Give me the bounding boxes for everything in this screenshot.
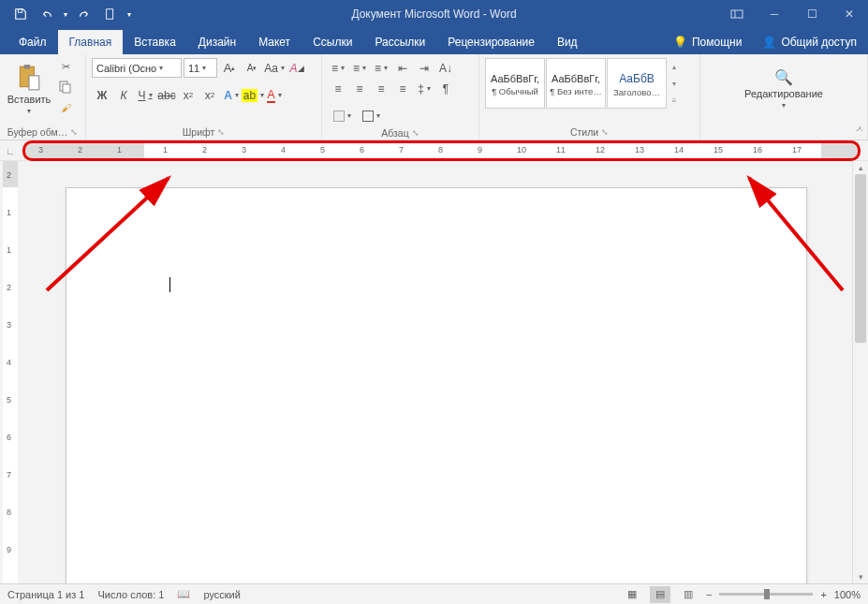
tab-layout[interactable]: Макет: [247, 30, 302, 54]
font-color-button[interactable]: A▾: [264, 85, 285, 105]
font-size-combo[interactable]: 11▾: [184, 58, 217, 78]
clear-format-button[interactable]: A◢: [287, 58, 307, 78]
close-button[interactable]: ✕: [831, 0, 868, 28]
tab-view[interactable]: Вид: [546, 30, 589, 54]
tab-references[interactable]: Ссылки: [302, 30, 363, 54]
qat-more[interactable]: ▾: [124, 1, 135, 27]
group-styles: АаБбВвГг, ¶ Обычный АаБбВвГг, ¶ Без инте…: [479, 54, 700, 140]
read-mode-button[interactable]: ▦: [622, 586, 642, 603]
style-heading1[interactable]: АаБбВ Заголово…: [607, 58, 667, 109]
paragraph-dialog-icon[interactable]: ⤡: [412, 128, 419, 138]
clipboard-dialog-icon[interactable]: ⤡: [70, 127, 78, 137]
grow-font-button[interactable]: A▴: [219, 58, 240, 78]
tell-me-search[interactable]: 💡 Помощни: [664, 30, 751, 54]
text-effects-button[interactable]: A▾: [221, 85, 242, 105]
line-spacing-button[interactable]: ‡▾: [414, 79, 434, 98]
styles-scroll[interactable]: ▴▾≡: [668, 58, 681, 109]
horizontal-ruler[interactable]: 3211234567891011121314151617: [24, 142, 859, 159]
superscript-button[interactable]: x2: [199, 85, 220, 105]
style-normal[interactable]: АаБбВвГг, ¶ Обычный: [485, 58, 545, 109]
scroll-down-icon[interactable]: ▾: [853, 570, 868, 583]
ribbon-options-button[interactable]: [718, 0, 756, 28]
qat-dropdown[interactable]: ▾: [60, 1, 71, 27]
new-doc-button[interactable]: [97, 1, 124, 27]
save-button[interactable]: [7, 1, 34, 27]
decrease-indent-button[interactable]: ⇤: [392, 58, 413, 78]
numbering-button[interactable]: ≡▾: [349, 58, 370, 78]
bullets-button[interactable]: ≡▾: [328, 58, 348, 78]
font-dialog-icon[interactable]: ⤡: [217, 127, 225, 137]
group-paragraph: ≡▾ ≡▾ ≡▾ ⇤ ⇥ A↓ ≡ ≡ ≡ ≡ ‡▾ ¶ ▾ ▾ Абзац⤡: [322, 54, 479, 140]
borders-button[interactable]: ▾: [357, 106, 385, 125]
styles-dialog-icon[interactable]: ⤡: [601, 127, 609, 137]
maximize-button[interactable]: ☐: [793, 0, 831, 28]
shading-button[interactable]: ▾: [328, 106, 356, 125]
spellcheck-icon[interactable]: 📖: [177, 588, 190, 600]
paste-button[interactable]: Вставить ▾: [6, 58, 52, 120]
brush-icon: 🖌: [61, 102, 71, 113]
align-left-button[interactable]: ≡: [328, 79, 348, 98]
zoom-in-button[interactable]: +: [820, 589, 826, 600]
format-painter-button[interactable]: 🖌: [56, 99, 75, 116]
tab-home[interactable]: Главная: [58, 30, 124, 54]
justify-button[interactable]: ≡: [392, 79, 413, 98]
zoom-level[interactable]: 100%: [834, 589, 861, 600]
tab-review[interactable]: Рецензирование: [436, 30, 546, 54]
multilevel-button[interactable]: ≡▾: [371, 58, 391, 78]
tell-me-label: Помощни: [692, 36, 742, 49]
redo-button[interactable]: [71, 1, 97, 27]
font-size-value: 11: [188, 63, 199, 74]
page-indicator[interactable]: Страница 1 из 1: [7, 589, 84, 600]
minimize-button[interactable]: ─: [756, 0, 793, 28]
sort-button[interactable]: A↓: [435, 58, 456, 78]
find-icon: 🔍: [774, 68, 793, 86]
tab-file[interactable]: Файл: [7, 30, 58, 54]
document-area[interactable]: [21, 161, 852, 583]
vertical-scrollbar[interactable]: ▴ ▾: [852, 161, 868, 583]
svg-rect-4: [24, 65, 30, 68]
svg-rect-5: [29, 75, 39, 89]
tab-design[interactable]: Дизайн: [187, 30, 247, 54]
tab-selector[interactable]: ∟: [2, 142, 19, 159]
style-nospacing[interactable]: АаБбВвГг, ¶ Без инте…: [546, 58, 606, 109]
scroll-up-icon[interactable]: ▴: [853, 161, 868, 174]
vertical-ruler[interactable]: 2112345678910: [0, 161, 21, 583]
text-cursor: [169, 277, 170, 292]
zoom-out-button[interactable]: −: [706, 589, 712, 600]
underline-button[interactable]: Ч▾: [135, 85, 155, 105]
undo-button[interactable]: [34, 1, 60, 27]
tab-mailings[interactable]: Рассылки: [363, 30, 436, 54]
svg-rect-7: [63, 84, 70, 93]
change-case-button[interactable]: Aa▾: [264, 58, 285, 78]
collapse-ribbon-button[interactable]: ㅅ: [855, 123, 864, 136]
italic-button[interactable]: К: [113, 85, 134, 105]
language-indicator[interactable]: русский: [203, 589, 240, 600]
share-button[interactable]: 👤 Общий доступ: [751, 30, 868, 54]
font-name-combo[interactable]: Calibri (Осно▾: [92, 58, 182, 78]
status-bar: Страница 1 из 1 Число слов: 1 📖 русский …: [0, 583, 868, 604]
styles-label: Стили: [570, 126, 598, 138]
strike-button[interactable]: abc: [156, 85, 177, 105]
page[interactable]: [66, 187, 807, 583]
scroll-thumb[interactable]: [855, 174, 866, 343]
show-marks-button[interactable]: ¶: [435, 79, 456, 98]
align-right-button[interactable]: ≡: [371, 79, 391, 98]
web-layout-button[interactable]: ▥: [678, 586, 699, 603]
paste-icon: [16, 64, 42, 92]
increase-indent-button[interactable]: ⇥: [414, 58, 434, 78]
zoom-slider[interactable]: [719, 593, 813, 596]
shrink-font-button[interactable]: A▾: [242, 58, 262, 78]
cut-button[interactable]: ✂: [56, 58, 75, 75]
copy-button[interactable]: [56, 79, 75, 96]
editing-button[interactable]: 🔍 Редактирование ▾: [737, 58, 831, 120]
word-count[interactable]: Число слов: 1: [97, 589, 164, 600]
tab-insert[interactable]: Вставка: [123, 30, 187, 54]
quick-access-toolbar: ▾ ▾: [0, 1, 135, 27]
bold-button[interactable]: Ж: [92, 85, 112, 105]
highlight-button[interactable]: ab▾: [243, 85, 263, 105]
print-layout-button[interactable]: ▤: [650, 586, 670, 603]
copy-icon: [59, 81, 72, 94]
subscript-button[interactable]: x2: [178, 85, 199, 105]
align-center-button[interactable]: ≡: [349, 79, 370, 98]
svg-rect-1: [107, 9, 113, 20]
